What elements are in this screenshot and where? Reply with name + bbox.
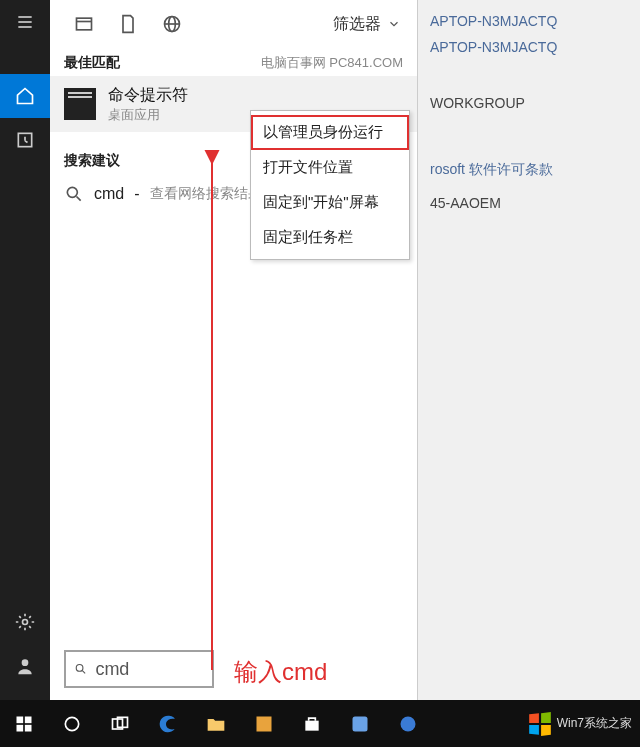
bg-product-id: 45-AAOEM (430, 190, 557, 216)
home-icon[interactable] (0, 74, 50, 118)
chevron-down-icon (387, 17, 401, 31)
windows-logo-icon (527, 711, 553, 737)
pin-app-2-icon[interactable] (384, 700, 432, 747)
pin-app-1-icon[interactable] (336, 700, 384, 747)
edge-icon[interactable] (144, 700, 192, 747)
store-icon[interactable] (288, 700, 336, 747)
svg-line-5 (25, 141, 28, 143)
cortana-icon[interactable] (48, 700, 96, 747)
suggestion-separator: - (134, 185, 139, 203)
ctx-pin-taskbar[interactable]: 固定到任务栏 (251, 220, 409, 255)
search-scope-tabs: 筛选器 (50, 0, 417, 48)
start-button[interactable] (0, 700, 48, 747)
svg-rect-20 (17, 724, 24, 731)
svg-rect-18 (17, 716, 24, 723)
clock-icon[interactable] (0, 118, 50, 162)
bg-computer-name-2: APTOP-N3MJACTQ (430, 34, 557, 60)
taskbar: Win7系统之家 (0, 700, 640, 747)
annotation-text: 输入cmd (234, 656, 327, 688)
suggestion-hint: 查看网络搜索结果 (150, 185, 262, 203)
bg-workgroup: WORKGROUP (430, 90, 557, 116)
web-scope-icon[interactable] (150, 0, 194, 48)
svg-point-6 (23, 620, 28, 625)
search-icon (64, 184, 84, 204)
cmd-app-icon (64, 88, 96, 120)
bg-license-link[interactable]: rosoft 软件许可条款 (430, 156, 557, 182)
background-system-info: APTOP-N3MJACTQ APTOP-N3MJACTQ WORKGROUP … (430, 8, 557, 216)
apps-scope-icon[interactable] (62, 0, 106, 48)
search-input[interactable] (95, 659, 204, 680)
settings-icon[interactable] (0, 600, 50, 644)
task-view-icon[interactable] (96, 700, 144, 747)
search-box[interactable] (64, 650, 214, 688)
svg-rect-19 (25, 716, 32, 723)
svg-point-22 (65, 717, 78, 730)
ctx-run-as-admin[interactable]: 以管理员身份运行 (251, 115, 409, 150)
svg-line-16 (82, 671, 85, 674)
watermark-text: 电脑百事网 PC841.COM (261, 54, 403, 72)
search-icon (74, 661, 87, 677)
best-match-title: 命令提示符 (108, 85, 188, 106)
bg-computer-name-1: APTOP-N3MJACTQ (430, 8, 557, 34)
user-icon[interactable] (0, 644, 50, 688)
watermark-logo-text: Win7系统之家 (557, 715, 632, 732)
documents-scope-icon[interactable] (106, 0, 150, 48)
ctx-pin-start[interactable]: 固定到"开始"屏幕 (251, 185, 409, 220)
annotation-arrow (162, 150, 252, 680)
svg-rect-8 (77, 18, 92, 30)
left-rail (0, 0, 50, 700)
search-panel: 筛选器 最佳匹配 电脑百事网 PC841.COM 命令提示符 桌面应用 搜索建议… (50, 0, 418, 700)
svg-point-7 (22, 659, 29, 666)
word-icon[interactable] (240, 700, 288, 747)
explorer-icon[interactable] (192, 700, 240, 747)
svg-point-15 (76, 665, 83, 672)
best-match-header: 最佳匹配 电脑百事网 PC841.COM (50, 48, 417, 76)
ctx-open-location[interactable]: 打开文件位置 (251, 150, 409, 185)
context-menu: 以管理员身份运行 打开文件位置 固定到"开始"屏幕 固定到任务栏 (250, 110, 410, 260)
svg-point-27 (401, 716, 416, 731)
filter-dropdown[interactable]: 筛选器 (333, 14, 405, 35)
menu-icon[interactable] (0, 0, 50, 44)
svg-rect-26 (353, 716, 368, 731)
filter-label: 筛选器 (333, 14, 381, 35)
suggestion-term: cmd (94, 185, 124, 203)
svg-line-14 (77, 197, 81, 201)
watermark-logo: Win7系统之家 (527, 711, 640, 737)
svg-rect-21 (25, 724, 32, 731)
svg-point-13 (67, 187, 77, 197)
svg-rect-25 (257, 716, 272, 731)
best-match-subtitle: 桌面应用 (108, 106, 188, 124)
